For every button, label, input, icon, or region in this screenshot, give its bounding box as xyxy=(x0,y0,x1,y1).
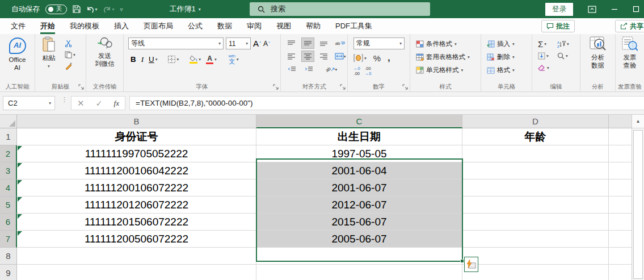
comma-style-button[interactable]: , xyxy=(388,52,390,64)
signin-button[interactable]: 登录 xyxy=(545,3,573,16)
cell-E8[interactable] xyxy=(609,248,632,265)
scrollbar-thumb[interactable] xyxy=(633,130,643,279)
tab-help[interactable]: 帮助 xyxy=(298,18,328,34)
font-color-button[interactable]: A ▾ xyxy=(206,55,217,64)
underline-button[interactable]: U▾ xyxy=(149,55,157,64)
cell-C3[interactable]: 2001-06-04 xyxy=(256,162,462,179)
quick-access-more-button[interactable]: ▿ xyxy=(120,6,123,12)
formula-bar-grip[interactable]: ⋮ xyxy=(61,98,68,101)
tab-insert[interactable]: 插入 xyxy=(107,18,136,34)
clear-button[interactable]: ▾ xyxy=(538,65,557,72)
cell-B8[interactable] xyxy=(17,248,256,265)
wrap-text-button[interactable]: ab xyxy=(334,38,346,48)
cell-B7[interactable]: 111111200506072222 xyxy=(17,231,256,248)
tab-pdf-tools[interactable]: PDF工具集 xyxy=(328,18,380,34)
cancel-button[interactable]: ✕ xyxy=(77,98,85,108)
cell-B2[interactable]: 111111199705052222 xyxy=(17,145,256,162)
cell-D2[interactable] xyxy=(462,145,609,162)
ribbon-display-options-button[interactable] xyxy=(588,6,596,13)
cell-C4[interactable]: 2001-06-07 xyxy=(256,179,462,197)
row-header-2[interactable]: 2 xyxy=(0,145,17,162)
increase-font-size-button[interactable]: Aˆ xyxy=(253,39,261,48)
bold-button[interactable]: B xyxy=(131,55,136,64)
cell-E6[interactable] xyxy=(609,214,632,231)
paste-button[interactable]: 粘贴 ▾ xyxy=(36,36,61,82)
orientation-button[interactable]: ab▾ xyxy=(325,64,338,74)
format-painter-button[interactable] xyxy=(65,62,75,70)
font-dialog-launcher[interactable] xyxy=(272,83,279,90)
cell-B3[interactable]: 111111200106042222 xyxy=(17,162,256,179)
align-middle-button[interactable] xyxy=(302,38,314,48)
tab-home[interactable]: 开始 xyxy=(33,18,62,34)
row-header-1[interactable]: 1 xyxy=(0,128,17,145)
office-ai-button[interactable]: AI Office AI xyxy=(1,36,33,82)
column-header-d[interactable]: D xyxy=(462,115,609,128)
font-size-combobox[interactable]: 11 ▾ xyxy=(226,37,251,49)
cell-E2[interactable] xyxy=(609,145,632,162)
percent-style-button[interactable]: % xyxy=(373,53,381,63)
align-left-button[interactable] xyxy=(285,51,297,61)
align-top-button[interactable] xyxy=(285,38,297,48)
cell-C7[interactable]: 2005-06-07 xyxy=(256,231,462,248)
autosum-button[interactable]: Σ▾ xyxy=(538,39,557,49)
cell-C2-active[interactable]: 1997-05-05 xyxy=(256,145,462,162)
row-header-7[interactable]: 7 xyxy=(0,231,17,248)
borders-button[interactable]: ▾ xyxy=(167,55,179,64)
select-all-corner[interactable] xyxy=(0,115,17,128)
cell-C8[interactable] xyxy=(256,248,462,265)
fill-button[interactable]: ▾ xyxy=(538,52,557,60)
cell-B9[interactable] xyxy=(17,265,256,280)
cut-button[interactable] xyxy=(65,40,75,47)
cell-C6[interactable]: 2015-06-07 xyxy=(256,214,462,231)
decrease-font-size-button[interactable]: Aˇ xyxy=(263,40,270,48)
search-box[interactable]: 搜索 xyxy=(250,2,430,16)
cell-D3[interactable] xyxy=(462,162,609,179)
undo-button[interactable]: ▾ xyxy=(86,6,98,13)
align-bottom-button[interactable] xyxy=(318,38,330,48)
autosave-toggle[interactable]: 关 xyxy=(45,5,67,14)
workbook-title[interactable]: 工作簿1 ▾ xyxy=(170,4,201,14)
row-header-9[interactable]: 9 xyxy=(0,265,17,280)
cell-D9[interactable] xyxy=(462,265,609,280)
formula-input[interactable]: =TEXT(MID(B2,7,8),"0000-00-00") xyxy=(129,96,644,110)
invoice-check-button[interactable]: 发票 查验 xyxy=(617,36,643,82)
alignment-dialog-launcher[interactable] xyxy=(339,83,346,90)
row-header-5[interactable]: 5 xyxy=(0,197,17,214)
cell-D4[interactable] xyxy=(462,179,609,197)
cell-E4[interactable] xyxy=(609,179,632,197)
cell-D1[interactable]: 年龄 xyxy=(462,128,609,145)
tab-my-templates[interactable]: 我的模板 xyxy=(62,18,107,34)
format-as-table-button[interactable]: 套用表格格式 ▾ xyxy=(416,52,477,62)
accounting-format-button[interactable]: ▾ xyxy=(353,54,367,62)
align-right-button[interactable] xyxy=(318,51,330,61)
copy-button[interactable]: ▾ xyxy=(65,51,75,58)
maximize-button[interactable] xyxy=(633,6,639,12)
cell-D7[interactable] xyxy=(462,231,609,248)
merge-center-button[interactable]: ▾ xyxy=(334,51,346,61)
cell-C9[interactable] xyxy=(256,265,462,280)
decrease-decimal-button[interactable]: .00→0 xyxy=(365,66,372,76)
send-to-wechat-button[interactable]: 发送 到微信 xyxy=(87,36,122,82)
row-header-3[interactable]: 3 xyxy=(0,162,17,179)
cell-D8[interactable] xyxy=(462,248,609,265)
cell-B6[interactable]: 111111201506072222 xyxy=(17,214,256,231)
share-button[interactable]: 共享 xyxy=(615,20,644,32)
tab-review[interactable]: 审阅 xyxy=(239,18,269,34)
format-cells-button[interactable]: 格式 ▾ xyxy=(487,65,528,76)
tab-view[interactable]: 视图 xyxy=(269,18,298,34)
redo-button[interactable]: ▾ xyxy=(103,6,115,13)
minimize-button[interactable] xyxy=(611,6,618,12)
cell-E9[interactable] xyxy=(609,265,632,280)
column-header-c[interactable]: C xyxy=(256,115,462,128)
cell-B5[interactable]: 111111201206072222 xyxy=(17,197,256,214)
increase-indent-button[interactable] xyxy=(302,64,315,74)
name-box[interactable]: C2 ▾ xyxy=(3,96,55,110)
tab-file[interactable]: 文件 xyxy=(3,18,33,34)
row-header-6[interactable]: 6 xyxy=(0,214,17,231)
cell-D5[interactable] xyxy=(462,197,609,214)
cell-B1[interactable]: 身份证号 xyxy=(17,128,256,145)
cell-B4[interactable]: 111111200106072222 xyxy=(17,179,256,197)
row-header-4[interactable]: 4 xyxy=(0,179,17,197)
conditional-formatting-button[interactable]: 条件格式 ▾ xyxy=(416,39,477,49)
italic-button[interactable]: I xyxy=(141,55,144,64)
